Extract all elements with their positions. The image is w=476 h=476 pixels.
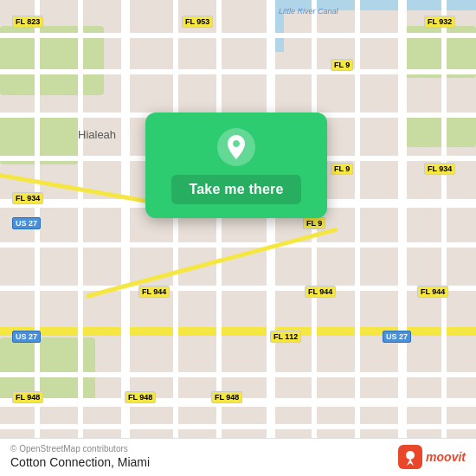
road-label: FL 953 (182, 16, 213, 28)
take-me-there-button[interactable]: Take me there (171, 175, 300, 204)
map-background: Hialeah Little River Canal FL 823 FL 953… (0, 0, 476, 476)
location-name: Cotton Connection, Miami (10, 455, 466, 469)
moovit-icon (398, 445, 422, 469)
road-label: FL 9 (331, 163, 353, 175)
road-label-us27: US 27 (12, 217, 41, 229)
road-label: FL 944 (417, 286, 448, 298)
road-label: FL 823 (12, 16, 43, 28)
road-label-us27c: US 27 (383, 331, 411, 343)
map-container: Hialeah Little River Canal FL 823 FL 953… (0, 0, 476, 476)
location-pin-icon (217, 128, 255, 166)
road-label-us27b: US 27 (12, 331, 41, 343)
copyright-text: © OpenStreetMap contributors (10, 444, 466, 453)
road-major (398, 0, 407, 476)
road (216, 0, 222, 476)
water-label: Little River Canal (279, 7, 338, 16)
moovit-text: moovit (426, 450, 466, 464)
road-major (121, 0, 130, 476)
road-label: FL 9 (303, 217, 325, 229)
popup-card: Take me there (145, 113, 327, 218)
road-label: FL 948 (12, 391, 43, 403)
road-label: FL 948 (125, 391, 156, 403)
road-label: FL 944 (305, 286, 336, 298)
road (441, 0, 447, 476)
road-label: FL 112 (270, 331, 301, 343)
road-label: FL 9 (331, 59, 353, 71)
road (173, 0, 178, 476)
road-label: FL 934 (424, 163, 455, 175)
green-area (398, 113, 476, 147)
road-label: FL 932 (424, 16, 455, 28)
road-label: FL 944 (138, 286, 170, 298)
road (35, 0, 40, 476)
moovit-logo: moovit (398, 445, 466, 469)
road-label: FL 934 (12, 192, 43, 204)
road-major (267, 0, 275, 476)
road (78, 0, 83, 476)
road-label: FL 948 (211, 391, 242, 403)
svg-point-2 (406, 451, 415, 460)
road (355, 0, 360, 476)
city-label: Hialeah (78, 128, 116, 141)
